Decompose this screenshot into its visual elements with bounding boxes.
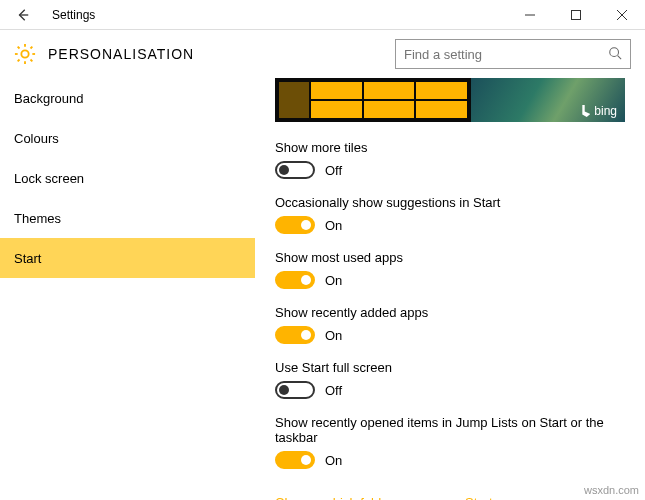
sidebar-item-background[interactable]: Background: [0, 78, 255, 118]
toggle-state: Off: [325, 383, 342, 398]
setting-show-more-tiles: Show more tiles Off: [275, 140, 625, 179]
start-preview: bing: [275, 78, 625, 122]
setting-jump-lists: Show recently opened items in Jump Lists…: [275, 415, 625, 469]
minimize-button[interactable]: [507, 0, 553, 30]
sidebar-item-themes[interactable]: Themes: [0, 198, 255, 238]
toggle-recently-added[interactable]: [275, 326, 315, 344]
watermark: wsxdn.com: [584, 484, 639, 496]
svg-point-4: [21, 50, 28, 57]
svg-line-14: [618, 55, 622, 59]
setting-label: Show more tiles: [275, 140, 625, 155]
page-title: PERSONALISATION: [48, 46, 395, 62]
toggle-show-more-tiles[interactable]: [275, 161, 315, 179]
sidebar-item-label: Start: [14, 251, 41, 266]
back-button[interactable]: [0, 0, 46, 30]
toggle-state: On: [325, 218, 342, 233]
close-icon: [617, 10, 627, 20]
maximize-icon: [571, 10, 581, 20]
sidebar-item-label: Lock screen: [14, 171, 84, 186]
sidebar-item-colours[interactable]: Colours: [0, 118, 255, 158]
setting-most-used: Show most used apps On: [275, 250, 625, 289]
setting-suggestions: Occasionally show suggestions in Start O…: [275, 195, 625, 234]
svg-rect-1: [572, 10, 581, 19]
svg-line-12: [18, 60, 20, 62]
minimize-icon: [525, 10, 535, 20]
search-box[interactable]: [395, 39, 631, 69]
link-choose-folders[interactable]: Choose which folders appear on Start: [275, 495, 493, 500]
setting-label: Occasionally show suggestions in Start: [275, 195, 625, 210]
bing-icon: [582, 105, 590, 117]
sidebar-item-start[interactable]: Start: [0, 238, 255, 278]
sidebar: Background Colours Lock screen Themes St…: [0, 78, 255, 500]
setting-label: Use Start full screen: [275, 360, 625, 375]
svg-point-13: [610, 47, 619, 56]
search-icon: [608, 46, 622, 63]
svg-line-10: [31, 60, 33, 62]
setting-recently-added: Show recently added apps On: [275, 305, 625, 344]
svg-line-11: [31, 47, 33, 49]
gear-icon: [14, 43, 36, 65]
toggle-state: On: [325, 328, 342, 343]
maximize-button[interactable]: [553, 0, 599, 30]
search-input[interactable]: [404, 47, 608, 62]
close-button[interactable]: [599, 0, 645, 30]
setting-label: Show recently opened items in Jump Lists…: [275, 415, 625, 445]
sidebar-item-lock-screen[interactable]: Lock screen: [0, 158, 255, 198]
toggle-jump-lists[interactable]: [275, 451, 315, 469]
svg-line-9: [18, 47, 20, 49]
toggle-state: Off: [325, 163, 342, 178]
sidebar-item-label: Background: [14, 91, 83, 106]
bing-branding: bing: [582, 104, 617, 118]
back-arrow-icon: [16, 8, 30, 22]
toggle-full-screen[interactable]: [275, 381, 315, 399]
toggle-state: On: [325, 453, 342, 468]
toggle-most-used[interactable]: [275, 271, 315, 289]
toggle-suggestions[interactable]: [275, 216, 315, 234]
content-panel: bing Show more tiles Off Occasionally sh…: [255, 78, 645, 500]
window-title: Settings: [46, 8, 507, 22]
page-header: PERSONALISATION: [0, 30, 645, 78]
titlebar: Settings: [0, 0, 645, 30]
toggle-state: On: [325, 273, 342, 288]
sidebar-item-label: Themes: [14, 211, 61, 226]
setting-label: Show recently added apps: [275, 305, 625, 320]
setting-full-screen: Use Start full screen Off: [275, 360, 625, 399]
setting-label: Show most used apps: [275, 250, 625, 265]
sidebar-item-label: Colours: [14, 131, 59, 146]
